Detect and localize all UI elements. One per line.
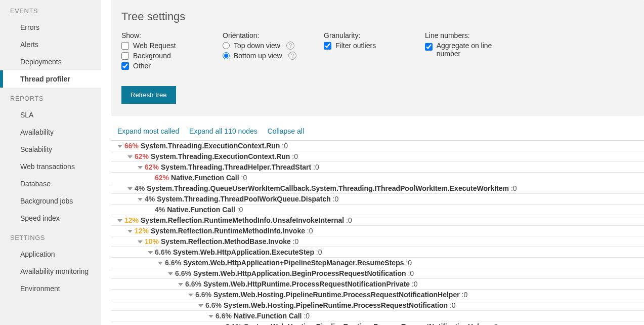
radio-bottom-up[interactable] <box>223 52 230 59</box>
method-name: System.Reflection.RuntimeMethodInfo.Invo… <box>151 227 305 235</box>
caret-icon[interactable] <box>158 262 163 265</box>
tree-row[interactable]: 6.6%System.Web.HttpRuntime.ProcessReques… <box>111 279 644 290</box>
orientation-bottom[interactable]: Bottom up view? <box>223 52 304 60</box>
show-column: Show: Web Request Background Other <box>121 31 202 72</box>
tree-row[interactable]: 12%System.Reflection.RuntimeMethodInfo.I… <box>111 226 644 236</box>
chk-aggregate[interactable] <box>425 43 433 51</box>
sidebar-item-availability[interactable]: Availability <box>0 124 101 141</box>
sidebar-item-application[interactable]: Application <box>0 246 101 263</box>
help-icon[interactable]: ? <box>288 52 296 60</box>
percentage: 3.1% <box>226 322 242 325</box>
sidebar-item-alerts[interactable]: Alerts <box>0 36 101 53</box>
line-number: :0 <box>290 152 298 160</box>
expand-most-called-link[interactable]: Expand most called <box>117 127 179 135</box>
caret-icon[interactable] <box>138 166 143 169</box>
caret-icon[interactable] <box>198 304 203 307</box>
chk-other[interactable] <box>121 62 129 70</box>
orientation-top[interactable]: Top down view? <box>223 42 304 50</box>
method-name: System.Web.Hosting.PipelineRuntime.Proce… <box>244 322 490 325</box>
tree-row[interactable]: 4%System.Threading.QueueUserWorkItemCall… <box>111 183 644 194</box>
line-number: :0 <box>302 312 310 320</box>
tree-row[interactable]: 6.6%System.Web.Hosting.PipelineRuntime.P… <box>111 290 644 300</box>
line-number: :0 <box>490 322 498 325</box>
tree-row[interactable]: 6.6%System.Web.HttpApplication.ExecuteSt… <box>111 247 644 258</box>
tree-row[interactable]: 10%System.Reflection.MethodBase.Invoke :… <box>111 236 644 247</box>
refresh-tree-button[interactable]: Refresh tree <box>121 86 176 104</box>
tree-row[interactable]: 62%Native.Function Call :0 <box>111 173 644 183</box>
caret-icon[interactable] <box>127 155 133 158</box>
sidebar-item-availability-monitoring[interactable]: Availability monitoring <box>0 263 101 280</box>
line-number: :0 <box>235 206 243 214</box>
method-name: System.Web.HttpApplication.BeginProcessR… <box>193 269 406 277</box>
show-label: Show: <box>121 31 202 39</box>
radio-top-down[interactable] <box>223 42 230 49</box>
tree-row[interactable]: 3.1%System.Web.Hosting.PipelineRuntime.P… <box>111 321 644 325</box>
tree-row[interactable]: 6.6%System.Web.Hosting.PipelineRuntime.P… <box>111 300 644 311</box>
method-name: System.Threading.ExecutionContext.Run <box>141 142 280 150</box>
tree-row[interactable]: 6.6%System.Web.HttpApplication.BeginProc… <box>111 268 644 279</box>
method-name: System.Web.HttpApplication+PipelineStepM… <box>183 259 404 267</box>
sidebar-item-web-transactions[interactable]: Web transactions <box>0 158 101 175</box>
sidebar-item-background-jobs[interactable]: Background jobs <box>0 192 101 210</box>
caret-icon[interactable] <box>148 251 153 254</box>
caret-icon[interactable] <box>127 187 133 190</box>
show-other[interactable]: Other <box>121 62 202 70</box>
line-number: :0 <box>314 248 322 256</box>
line-number: :0 <box>404 259 412 267</box>
tree-settings-panel: Tree settings Show: Web Request Backgrou… <box>111 0 644 116</box>
caret-icon[interactable] <box>178 283 183 286</box>
tree-row[interactable]: 12%System.Reflection.RuntimeMethodInfo.U… <box>111 215 644 226</box>
line-number: :0 <box>410 280 418 288</box>
tree-row[interactable]: 6.6%Native.Function Call :0 <box>111 311 644 321</box>
caret-icon[interactable] <box>138 198 143 201</box>
show-background-label: Background <box>133 52 171 60</box>
show-web-request[interactable]: Web Request <box>121 42 202 50</box>
help-icon[interactable]: ? <box>286 42 294 50</box>
line-number: :0 <box>331 195 339 203</box>
percentage: 4% <box>135 184 145 192</box>
line-number: :0 <box>239 174 247 182</box>
sidebar-item-database[interactable]: Database <box>0 175 101 192</box>
caret-icon[interactable] <box>117 145 122 148</box>
granularity-label: Granularity: <box>324 31 405 39</box>
orientation-column: Orientation: Top down view? Bottom up vi… <box>223 31 304 72</box>
tree-row[interactable]: 4%Native.Function Call :0 <box>111 205 644 215</box>
tree-controls: Expand most called Expand all 110 nodes … <box>111 116 644 140</box>
percentage: 6.6% <box>205 301 222 309</box>
sidebar-item-speed-index[interactable]: Speed index <box>0 210 101 227</box>
chk-web-request[interactable] <box>121 42 129 50</box>
aggregate-label: Aggregate on line number <box>437 42 516 58</box>
method-name: System.Reflection.RuntimeMethodInfo.Unsa… <box>141 216 344 224</box>
caret-icon[interactable] <box>168 272 173 275</box>
sidebar-item-thread-profiler[interactable]: Thread profiler <box>0 70 101 88</box>
collapse-all-link[interactable]: Collapse all <box>268 127 304 135</box>
tree-row[interactable]: 66%System.Threading.ExecutionContext.Run… <box>111 141 644 151</box>
sidebar-item-errors[interactable]: Errors <box>0 19 101 36</box>
filter-outliers[interactable]: Filter outliers <box>324 42 405 50</box>
sidebar-item-deployments[interactable]: Deployments <box>0 53 101 70</box>
percentage: 6.6% <box>185 280 201 288</box>
aggregate-line[interactable]: Aggregate on line number <box>425 42 516 58</box>
tree-row[interactable]: 62%System.Threading.ThreadHelper.ThreadS… <box>111 162 644 173</box>
tree-row[interactable]: 4%System.Threading.ThreadPoolWorkQueue.D… <box>111 194 644 205</box>
method-name: Native.Function Call <box>234 312 302 320</box>
caret-icon[interactable] <box>208 315 213 318</box>
show-background[interactable]: Background <box>121 52 202 60</box>
chk-filter-outliers[interactable] <box>324 42 331 50</box>
method-name: Native.Function Call <box>171 174 239 182</box>
line-number: :0 <box>291 237 299 246</box>
sidebar-item-environment[interactable]: Environment <box>0 280 101 297</box>
expand-all-link[interactable]: Expand all 110 nodes <box>189 127 257 135</box>
sidebar-item-sla[interactable]: SLA <box>0 106 101 124</box>
tree-row[interactable]: 62%System.Threading.ExecutionContext.Run… <box>111 151 644 162</box>
method-name: System.Reflection.MethodBase.Invoke <box>161 237 291 246</box>
chk-background[interactable] <box>121 52 129 60</box>
line-number: :0 <box>460 291 468 299</box>
tree-row[interactable]: 6.6%System.Web.HttpApplication+PipelineS… <box>111 258 644 268</box>
caret-icon[interactable] <box>188 294 193 297</box>
method-name: System.Threading.ThreadHelper.ThreadStar… <box>161 163 311 171</box>
caret-icon[interactable] <box>138 240 143 243</box>
caret-icon[interactable] <box>117 219 122 222</box>
sidebar-item-scalability[interactable]: Scalability <box>0 141 101 158</box>
caret-icon[interactable] <box>127 230 133 233</box>
